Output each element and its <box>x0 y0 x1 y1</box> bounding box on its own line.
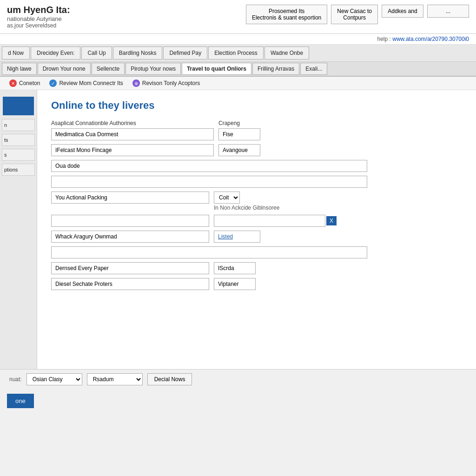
site-title: um HyenG Ita: <box>7 5 70 15</box>
sidebar-item-1[interactable]: n <box>2 119 35 131</box>
field-row9-col2[interactable] <box>214 262 256 274</box>
status-label-1: Coneton <box>19 80 40 86</box>
field-row8[interactable] <box>51 246 367 258</box>
field-row6-col1[interactable] <box>51 215 209 227</box>
sidebar-top-blue <box>3 97 34 115</box>
header-btn-4[interactable]: ... <box>427 5 469 18</box>
col1-header: Asaplicat Connationble Authorines <box>51 120 214 126</box>
field-row9-col1[interactable] <box>51 262 209 274</box>
field-row5-col1[interactable] <box>51 192 209 204</box>
field-row6-col2[interactable] <box>214 215 325 227</box>
subnav-item-3[interactable]: Sellencte <box>92 63 125 75</box>
main-layout: n ts s ptions Online to they liveres Asa… <box>0 90 476 369</box>
form-row-9 <box>51 262 462 274</box>
sidebar-item-3[interactable]: s <box>2 149 35 161</box>
header-left: um HyenG Ita: nationable Autyriane as.jo… <box>7 5 70 29</box>
nav-row-1: d Now Drecidey Even: Call Up Bardling No… <box>0 45 476 62</box>
bottom-bar: nuat: Osian Clasy Rsadum Decial Nows <box>0 369 476 389</box>
form-row-3 <box>51 160 462 172</box>
sidebar-item-4[interactable]: ptions <box>2 164 35 176</box>
header-btn-3[interactable]: Addkes and <box>382 5 423 18</box>
nav-item-2[interactable]: Drecidey Even: <box>31 46 80 60</box>
field-row2-col2[interactable] <box>218 144 260 156</box>
form-row-5: Coit In Non Ackcide Giblnsoree <box>51 192 462 211</box>
subnav-item-6[interactable]: Frilling Arravas <box>252 63 299 75</box>
header-btn-2[interactable]: New Casac toContpurs <box>331 5 378 24</box>
status-dot-red: ✕ <box>9 79 17 87</box>
form-row-7 <box>51 231 462 243</box>
field-row7-col2[interactable] <box>214 231 260 243</box>
subnav-item-4[interactable]: Pirotup Your nows <box>126 63 181 75</box>
help-label: help : <box>377 36 391 42</box>
nav-item-5[interactable]: Defimed Pay <box>163 46 207 60</box>
site-desc: as.jour Severeldsed <box>7 22 70 29</box>
sidebar: n ts s ptions <box>0 90 37 369</box>
sidebar-item-2[interactable]: ts <box>2 134 35 146</box>
status-dot-purple: ⊕ <box>132 79 140 87</box>
form-row-6: X <box>51 215 462 227</box>
field-row1-col2[interactable] <box>218 128 260 140</box>
field5-extra-label: In Non Ackcide Giblnsoree <box>214 205 279 211</box>
subnav-item-1[interactable]: Nigh lawe <box>2 63 37 75</box>
form-row-8 <box>51 246 462 258</box>
subnav-row: Nigh lawe Drown Your none Sellencte Piro… <box>0 62 476 77</box>
bottom-select-2[interactable]: Rsadum <box>87 373 143 385</box>
footer-button[interactable]: one <box>7 394 34 408</box>
subnav-item-5[interactable]: Travel to quart Onliors <box>182 63 251 75</box>
form-row-1 <box>51 128 462 140</box>
header-right: Prosoemed ItsElectronis & suant esportio… <box>246 5 469 24</box>
help-bar: help : www.ata.com/ar20790.30700i0 <box>0 34 476 45</box>
bottom-label: nuat: <box>9 376 22 383</box>
status-dot-blue: ✓ <box>49 79 57 87</box>
page-title: Online to they liveres <box>51 99 462 112</box>
field-row4[interactable] <box>51 176 367 188</box>
status-item-1: ✕ Coneton <box>9 79 40 87</box>
form-col-headers: Asaplicat Connationble Authorines Crapen… <box>51 120 462 126</box>
bottom-action-button[interactable]: Decial Nows <box>147 373 192 385</box>
status-label-2: Review Mom Connectr Its <box>59 80 123 86</box>
status-item-3: ⊕ Revison Tonly Acoptors <box>132 79 200 87</box>
help-link[interactable]: www.ata.com/ar20790.30700i0 <box>392 36 469 42</box>
header-btn-1[interactable]: Prosoemed ItsElectronis & suant esportio… <box>246 5 327 24</box>
content-area: Online to they liveres Asaplicat Connati… <box>37 90 476 369</box>
field5-select[interactable]: Coit <box>214 192 240 204</box>
col2-header: Crapeng <box>218 120 274 126</box>
field-row3[interactable] <box>51 160 367 172</box>
field-row2-col1[interactable] <box>51 144 214 156</box>
field-row7-col1[interactable] <box>51 231 209 243</box>
header: um HyenG Ita: nationable Autyriane as.jo… <box>0 0 476 34</box>
nav-item-4[interactable]: Bardling Nosks <box>113 46 163 60</box>
bottom-select-1[interactable]: Osian Clasy <box>26 373 82 385</box>
x-button[interactable]: X <box>326 216 337 225</box>
field-row10-col2[interactable] <box>214 278 256 290</box>
status-bar: ✕ Coneton ✓ Review Mom Connectr Its ⊕ Re… <box>0 77 476 90</box>
nav-item-1[interactable]: d Now <box>2 46 30 60</box>
status-item-2: ✓ Review Mom Connectr Its <box>49 79 123 87</box>
form-row-4 <box>51 176 462 188</box>
subnav-item-7[interactable]: Exali... <box>300 63 327 75</box>
field-row1-col1[interactable] <box>51 128 214 140</box>
field-row10-col1[interactable] <box>51 278 209 290</box>
form-row-10 <box>51 278 462 290</box>
site-subtitle: nationable Autyriane <box>7 15 70 22</box>
subnav-item-2[interactable]: Drown Your none <box>38 63 91 75</box>
nav-item-7[interactable]: Wadne Onbe <box>264 46 309 60</box>
form-row-2 <box>51 144 462 156</box>
status-label-3: Revison Tonly Acoptors <box>142 80 200 86</box>
footer-action: one <box>0 389 476 413</box>
nav-item-3[interactable]: Call Up <box>81 46 112 60</box>
nav-item-6[interactable]: Electtion Process <box>208 46 264 60</box>
